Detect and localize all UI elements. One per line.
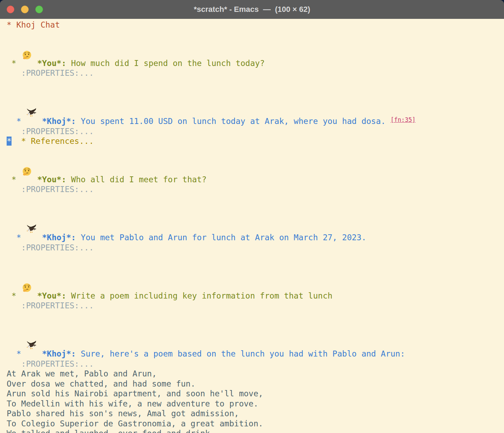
- khoj-message-text: [37, 117, 42, 126]
- message-body-text: Pablo shared his son's news, Amal got ad…: [7, 409, 239, 418]
- you-message-text: [33, 175, 37, 184]
- buffer-line[interactable]: :PROPERTIES:...: [7, 301, 504, 311]
- buffer-line[interactable]: * Khoj Chat: [7, 20, 504, 30]
- properties-drawer-text: :PROPERTIES:...: [7, 68, 94, 78]
- you-message-text: *: [7, 291, 21, 300]
- you-message-text: Who all did I meet for that?: [66, 175, 207, 184]
- scratch-buffer-text-area[interactable]: * Khoj Chat * *You*: How much did I spen…: [0, 19, 504, 433]
- buffer-line[interactable]: * *You*: Write a poem including key info…: [7, 263, 504, 301]
- you-message-text: Write a poem including key information f…: [66, 291, 333, 300]
- message-body-text: Over dosa we chatted, and had some fun.: [7, 379, 195, 388]
- khoj-message-text: Sure, here's a poem based on the lunch y…: [76, 349, 405, 358]
- buffer-line[interactable]: [7, 311, 504, 321]
- properties-drawer-text: :PROPERTIES:...: [7, 185, 94, 194]
- buffer-line[interactable]: :PROPERTIES:...: [7, 359, 504, 369]
- khoj-message-text: You spent 11.00 USD on lunch today at Ar…: [76, 117, 390, 126]
- buffer-line[interactable]: Pablo shared his son's news, Amal got ad…: [7, 409, 504, 419]
- buffer-line[interactable]: * * References...: [7, 136, 504, 146]
- khoj-message-text: *: [7, 349, 26, 358]
- khoj-message-text: [37, 349, 42, 358]
- buffer-line[interactable]: [7, 78, 504, 88]
- khoj-speaker-label: *Khoj*:: [42, 349, 76, 358]
- message-body-text: Arun sold his Nairobi apartment, and soo…: [7, 389, 263, 398]
- buffer-line[interactable]: :PROPERTIES:...: [7, 68, 504, 78]
- message-body-text: We talked and laughed, over food and dri…: [7, 429, 215, 433]
- khoj-speaker-label: *Khoj*:: [42, 233, 76, 242]
- buffer-line[interactable]: :PROPERTIES:...: [7, 243, 504, 253]
- eagle-emoji-icon: [26, 321, 37, 331]
- buffer-line[interactable]: Over dosa we chatted, and had some fun.: [7, 379, 504, 389]
- window-title: *scratch* - Emacs — (100 × 62): [194, 5, 310, 14]
- buffer-line[interactable]: At Arak we met, Pablo and Arun,: [7, 369, 504, 379]
- properties-drawer-text: :PROPERTIES:...: [7, 127, 94, 136]
- you-message-text: *: [7, 59, 21, 68]
- properties-drawer-text: :PROPERTIES:...: [7, 243, 94, 252]
- buffer-line[interactable]: * *You*: How much did I spend on the lun…: [7, 30, 504, 68]
- you-message-text: How much did I spend on the lunch today?: [66, 59, 265, 68]
- buffer-line[interactable]: To Medellin with his wife, a new adventu…: [7, 399, 504, 409]
- traffic-lights: [7, 0, 50, 19]
- khoj-message-text: [37, 233, 42, 242]
- buffer-line[interactable]: :PROPERTIES:...: [7, 126, 504, 137]
- buffer-line[interactable]: :PROPERTIES:...: [7, 184, 504, 195]
- khoj-message-text: You met Pablo and Arun for lunch at Arak…: [76, 233, 366, 242]
- you-speaker-label: *You*:: [37, 175, 66, 184]
- you-speaker-label: *You*:: [37, 59, 66, 68]
- message-body-text: To Colegio Superior de Gastronomia, a gr…: [7, 419, 263, 428]
- footnote-link[interactable]: [fn:35]: [390, 116, 416, 123]
- you-message-text: *: [7, 175, 21, 184]
- buffer-line[interactable]: * *Khoj*: Sure, here's a poem based on t…: [7, 321, 504, 359]
- emacs-window: *scratch* - Emacs — (100 × 62) * Khoj Ch…: [0, 0, 504, 433]
- buffer-line[interactable]: We talked and laughed, over food and dri…: [7, 428, 504, 433]
- buffer-line[interactable]: [7, 195, 504, 205]
- eagle-emoji-icon: [26, 204, 37, 215]
- you-message-text: [33, 59, 37, 68]
- buffer-line[interactable]: * *You*: Who all did I meet for that?: [7, 146, 504, 185]
- buffer-line[interactable]: Arun sold his Nairobi apartment, and soo…: [7, 389, 504, 399]
- you-speaker-label: *You*:: [37, 291, 66, 300]
- close-button[interactable]: [7, 6, 14, 13]
- message-body-text: At Arak we met, Pablo and Arun,: [7, 369, 157, 378]
- buffer-line[interactable]: To Colegio Superior de Gastronomia, a gr…: [7, 419, 504, 429]
- properties-drawer-text: :PROPERTIES:...: [7, 359, 94, 368]
- thinking-emoji-icon: [21, 146, 33, 157]
- properties-drawer-text: :PROPERTIES:...: [7, 301, 94, 310]
- thinking-emoji-icon: [21, 263, 33, 273]
- khoj-speaker-label: *Khoj*:: [42, 117, 76, 126]
- you-message-text: [33, 291, 37, 300]
- khoj-message-text: *: [7, 233, 26, 242]
- thinking-emoji-icon: [21, 30, 33, 41]
- zoom-button[interactable]: [35, 6, 43, 13]
- references-heading: * References...: [12, 137, 94, 146]
- message-body-text: To Medellin with his wife, a new adventu…: [7, 399, 258, 408]
- eagle-emoji-icon: [26, 88, 37, 98]
- chat-title-heading: * Khoj Chat: [7, 20, 60, 29]
- minimize-button[interactable]: [21, 6, 29, 13]
- buffer-line[interactable]: * *Khoj*: You spent 11.00 USD on lunch t…: [7, 88, 504, 126]
- buffer-line[interactable]: [7, 252, 504, 263]
- window-titlebar[interactable]: *scratch* - Emacs — (100 × 62): [0, 0, 504, 19]
- text-cursor: *: [7, 137, 12, 146]
- khoj-message-text: *: [7, 117, 26, 126]
- buffer-line[interactable]: * *Khoj*: You met Pablo and Arun for lun…: [7, 204, 504, 243]
